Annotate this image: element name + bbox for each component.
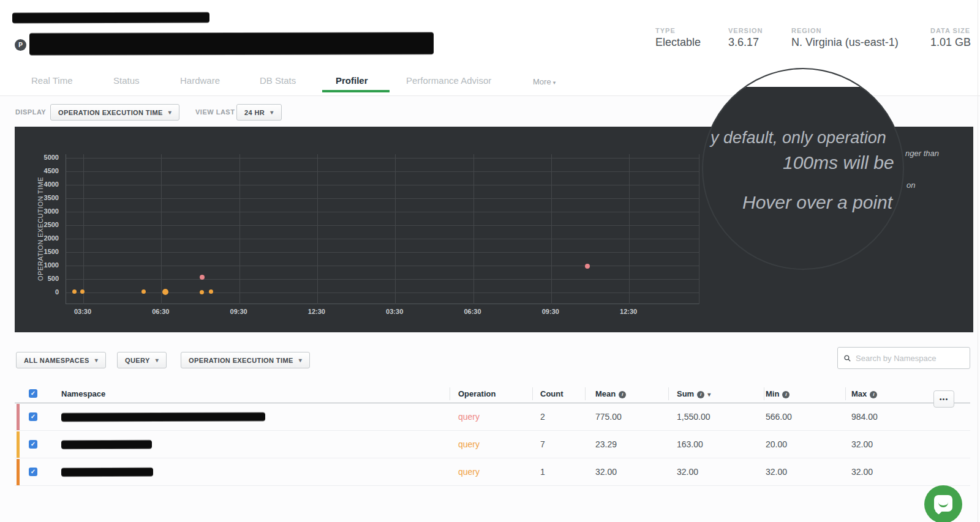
- display-metric-dropdown[interactable]: OPERATION EXECUTION TIME ▾: [50, 104, 179, 121]
- chevron-down-icon: ▾: [156, 357, 159, 364]
- y-tick-label: 500: [15, 275, 59, 282]
- info-icon[interactable]: i: [782, 391, 790, 398]
- column-header-sum[interactable]: Sumi▾: [677, 389, 710, 398]
- data-point-fast-namespaces[interactable]: [141, 289, 146, 294]
- column-header-min[interactable]: Mini: [766, 389, 790, 398]
- lens-text-line: y default, only operation: [710, 129, 886, 147]
- tab-hardware[interactable]: Hardware: [180, 75, 220, 86]
- info-icon[interactable]: i: [697, 391, 704, 398]
- annotation-fragment: nger than: [905, 149, 939, 158]
- chat-bubble-icon: [934, 495, 952, 512]
- column-header-label: Sum: [677, 389, 694, 398]
- cell-sum: 1,550.00: [677, 412, 710, 422]
- gridline-v: [629, 154, 630, 304]
- gridline-v: [161, 154, 162, 304]
- table-row: ✓query723.29163.0020.0032.00: [0, 431, 980, 458]
- lens-white-band: [703, 69, 903, 88]
- sort-desc-icon: ▾: [707, 391, 710, 398]
- redacted-namespace: [61, 441, 152, 449]
- x-tick-label: 03:30: [74, 308, 91, 315]
- y-tick-label: 5000: [15, 154, 59, 161]
- chevron-down-icon: ▾: [270, 109, 273, 116]
- y-tick-label: 3500: [15, 194, 59, 201]
- chat-smile-icon: [938, 502, 948, 507]
- row-checkbox[interactable]: ✓: [29, 412, 37, 421]
- cell-count: 7: [540, 439, 545, 449]
- profiler-page: P TYPEElectableVERSION3.6.17REGIONN. Vir…: [0, 0, 980, 522]
- active-tab-underline: [322, 90, 390, 92]
- column-header-operation[interactable]: Operation: [458, 389, 496, 398]
- x-tick-label: 12:30: [620, 308, 637, 315]
- y-tick-label: 2000: [15, 234, 59, 242]
- column-separator: [668, 387, 669, 400]
- table-row: ✓query2775.001,550.00566.00984.00: [0, 403, 980, 431]
- search-input[interactable]: [856, 354, 963, 363]
- y-tick-label: 0: [15, 288, 59, 296]
- operation-filter-dropdown[interactable]: QUERY ▾: [117, 352, 167, 368]
- info-icon[interactable]: i: [870, 391, 877, 398]
- redacted-namespace: [61, 413, 265, 422]
- row-checkbox[interactable]: ✓: [29, 440, 37, 449]
- column-header-count[interactable]: Count: [540, 389, 564, 398]
- info-icon[interactable]: i: [619, 391, 626, 398]
- view-last-dropdown[interactable]: 24 HR ▾: [236, 104, 282, 121]
- meta-value: N. Virginia (us-east-1): [791, 36, 899, 49]
- data-point-fast-namespaces[interactable]: [209, 289, 213, 294]
- data-point-fast-namespaces[interactable]: [80, 289, 85, 294]
- cell-min: 20.00: [766, 439, 787, 449]
- tab-performance-advisor[interactable]: Performance Advisor: [406, 75, 491, 86]
- cell-operation: query: [458, 439, 480, 449]
- tab-more[interactable]: More▾: [533, 77, 556, 86]
- tab-real-time[interactable]: Real Time: [31, 75, 73, 86]
- select-all-checkbox[interactable]: ✓: [29, 389, 37, 398]
- chevron-down-icon: ▾: [168, 109, 172, 116]
- gridline-v: [699, 154, 699, 304]
- profiler-table: ✓NamespaceOperationCountMeaniSumi▾MiniMa…: [0, 384, 980, 488]
- meta-label: TYPE: [655, 27, 701, 34]
- row-color-bar: [17, 431, 20, 458]
- tab-status[interactable]: Status: [113, 75, 140, 86]
- cell-min: 566.00: [766, 412, 792, 422]
- data-point-fast-namespaces[interactable]: [162, 289, 168, 295]
- data-point-slow-namespace[interactable]: [585, 264, 590, 269]
- row-checkbox[interactable]: ✓: [29, 468, 37, 476]
- row-color-bar: [17, 459, 20, 485]
- lens-text-line: 100ms will be: [783, 152, 894, 173]
- meta-version: VERSION3.6.17: [728, 27, 763, 49]
- metric-filter-value: OPERATION EXECUTION TIME: [189, 357, 293, 364]
- namespace-filter-dropdown[interactable]: ALL NAMESPACES ▾: [16, 352, 106, 368]
- column-separator: [764, 387, 764, 400]
- gridline-v: [395, 154, 396, 304]
- y-tick-label: 1500: [15, 248, 59, 255]
- column-header-mean[interactable]: Meani: [595, 389, 626, 398]
- meta-data-size: DATA SIZE1.01 GB: [930, 27, 971, 49]
- meta-value: 1.01 GB: [930, 36, 971, 49]
- namespace-search: [837, 347, 970, 369]
- x-tick-label: 09:30: [542, 308, 559, 315]
- chat-launcher-button[interactable]: [924, 485, 962, 522]
- cell-mean: 775.00: [595, 412, 622, 422]
- y-tick-label: 3000: [15, 207, 59, 215]
- annotation-fragment: on: [907, 181, 915, 190]
- metric-filter-dropdown[interactable]: OPERATION EXECUTION TIME ▾: [181, 352, 310, 368]
- cell-max: 32.00: [851, 467, 873, 477]
- data-point-fast-namespaces[interactable]: [72, 289, 77, 294]
- column-separator: [585, 387, 586, 400]
- meta-region: REGIONN. Virginia (us-east-1): [791, 27, 899, 49]
- column-header-max[interactable]: Maxi: [851, 389, 877, 398]
- gridline-v: [239, 154, 240, 304]
- meta-label: REGION: [791, 27, 899, 34]
- data-point-fast-namespaces[interactable]: [200, 290, 204, 294]
- page-edge-line: [978, 0, 978, 522]
- cell-count: 2: [540, 412, 545, 422]
- meta-label: VERSION: [728, 27, 763, 34]
- meta-value: 3.6.17: [728, 36, 763, 49]
- column-header-namespace[interactable]: Namespace: [61, 389, 105, 398]
- tab-profiler[interactable]: Profiler: [336, 75, 368, 86]
- gridline-v: [317, 154, 318, 304]
- cell-mean: 23.29: [595, 439, 617, 449]
- y-tick-label: 1000: [15, 261, 59, 269]
- tab-db-stats[interactable]: DB Stats: [260, 75, 296, 86]
- cell-operation: query: [458, 467, 480, 477]
- column-header-label: Count: [540, 389, 564, 398]
